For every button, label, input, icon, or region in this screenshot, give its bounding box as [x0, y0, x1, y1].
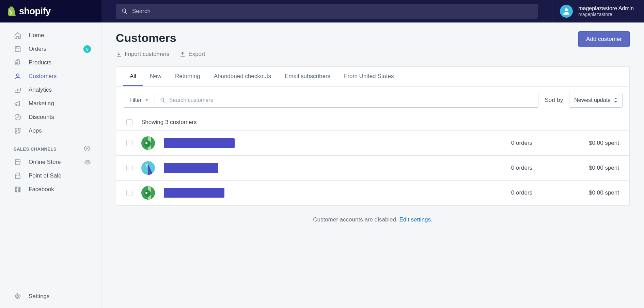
customers-icon [14, 72, 22, 80]
footer-message: Customer accounts are disabled. Edit set… [116, 216, 630, 223]
topbar: shopify mageplazastore Admin mageplazast… [0, 0, 644, 22]
customer-row[interactable]: 0 orders $0.00 spent [116, 156, 629, 181]
footer-text: Customer accounts are disabled. [313, 216, 399, 223]
main-content: Customers Import customers Export Add cu… [101, 22, 644, 308]
tabs: All New Returning Abandoned checkouts Em… [116, 67, 629, 87]
export-icon [179, 51, 186, 57]
products-icon [14, 59, 22, 67]
analytics-icon [14, 86, 22, 94]
store-icon [14, 158, 22, 166]
filter-label: Filter [129, 97, 142, 103]
tab-new[interactable]: New [143, 67, 168, 86]
sidebar-item-orders[interactable]: Orders 5 [0, 42, 101, 56]
sort-select[interactable]: Newest update [569, 93, 623, 108]
sidebar-item-customers[interactable]: Customers [0, 70, 101, 83]
tab-all[interactable]: All [123, 67, 143, 86]
nav-label: Settings [29, 293, 49, 300]
svg-rect-4 [18, 128, 20, 130]
export-button[interactable]: Export [179, 51, 205, 58]
edit-settings-link[interactable]: Edit settings [399, 216, 431, 223]
customer-row[interactable]: 0 orders $0.00 spent [116, 181, 629, 205]
svg-rect-3 [15, 128, 17, 130]
apps-icon [14, 127, 22, 135]
svg-rect-0 [15, 47, 20, 52]
svg-point-12 [145, 142, 147, 144]
select-all-checkbox[interactable] [126, 119, 132, 125]
orders-badge: 5 [83, 45, 91, 53]
sort-value: Newest update [574, 97, 611, 103]
row-checkbox[interactable] [126, 190, 132, 196]
orders-count: 0 orders [488, 165, 556, 171]
sidebar-item-apps[interactable]: Apps [0, 124, 101, 138]
footer-period: . [431, 216, 433, 223]
global-search-input[interactable] [132, 8, 532, 15]
svg-point-16 [145, 192, 147, 194]
nav-label: Apps [29, 127, 42, 134]
sidebar-item-discounts[interactable]: Discounts [0, 110, 101, 124]
svg-point-13 [146, 165, 147, 167]
user-menu[interactable]: mageplazastore Admin mageplazastore [552, 0, 644, 22]
logo[interactable]: shopify [0, 0, 101, 22]
svg-point-1 [16, 74, 19, 76]
search-icon [121, 8, 128, 15]
table-header: Showing 3 customers [116, 114, 629, 131]
view-store-icon[interactable] [84, 159, 91, 166]
tab-abandoned[interactable]: Abandoned checkouts [207, 67, 278, 86]
svg-point-7 [87, 161, 89, 163]
channel-point-of-sale[interactable]: Point of Sale [0, 169, 101, 183]
facebook-icon [14, 185, 22, 194]
channel-facebook[interactable]: Facebook [0, 183, 101, 196]
add-customer-button[interactable]: Add customer [578, 31, 630, 47]
caret-down-icon [145, 98, 148, 102]
nav-label: Point of Sale [29, 172, 61, 179]
import-icon [116, 51, 122, 57]
sidebar-item-settings[interactable]: Settings [0, 290, 101, 308]
user-info: mageplazastore Admin mageplazastore [578, 5, 634, 17]
sales-channels-header: SALES CHANNELS [0, 138, 101, 155]
sidebar-item-marketing[interactable]: Marketing [0, 97, 101, 110]
shopify-bag-icon [7, 6, 16, 16]
settings-icon [14, 292, 22, 301]
global-search-wrap [101, 4, 552, 19]
nav-label: Discounts [29, 114, 54, 121]
user-name: mageplazastore Admin [578, 5, 634, 12]
home-icon [14, 31, 22, 40]
nav-label: Marketing [29, 100, 54, 107]
svg-rect-5 [15, 132, 17, 134]
customers-card: All New Returning Abandoned checkouts Em… [116, 66, 630, 205]
page-title: Customers [116, 31, 205, 45]
tab-from-us[interactable]: From United States [337, 67, 400, 86]
sidebar-item-analytics[interactable]: Analytics [0, 83, 101, 97]
sidebar-item-products[interactable]: Products [0, 56, 101, 70]
row-checkbox[interactable] [126, 165, 132, 171]
customer-search-input[interactable] [169, 97, 534, 103]
amount-spent: $0.00 spent [565, 140, 619, 147]
customer-row[interactable]: 0 orders $0.00 spent [116, 131, 629, 156]
import-customers-button[interactable]: Import customers [116, 51, 169, 58]
tab-email-subscribers[interactable]: Email subscribers [278, 67, 337, 86]
filter-bar: Filter Sort by Newest update [116, 87, 629, 114]
customer-name-redacted [164, 188, 224, 198]
svg-point-11 [144, 140, 151, 147]
nav-label: Home [29, 32, 44, 39]
channel-online-store[interactable]: Online Store [0, 155, 101, 169]
sidebar-item-home[interactable]: Home [0, 29, 101, 42]
customer-avatar [141, 161, 155, 175]
row-checkbox[interactable] [126, 140, 132, 146]
section-title-text: SALES CHANNELS [14, 147, 57, 152]
tab-returning[interactable]: Returning [168, 67, 207, 86]
import-label: Import customers [125, 51, 169, 58]
filter-button[interactable]: Filter [123, 93, 155, 108]
sort-area: Sort by Newest update [545, 93, 623, 108]
amount-spent: $0.00 spent [565, 189, 619, 196]
add-channel-icon[interactable] [83, 145, 91, 153]
orders-count: 0 orders [488, 140, 556, 147]
header-actions: Import customers Export [116, 51, 205, 58]
discounts-icon [14, 113, 22, 121]
user-avatar [560, 5, 573, 18]
showing-count: Showing 3 customers [141, 119, 197, 126]
customer-name-redacted [164, 163, 218, 173]
export-label: Export [188, 51, 205, 58]
customer-search[interactable] [155, 93, 539, 108]
global-search[interactable] [116, 4, 538, 19]
